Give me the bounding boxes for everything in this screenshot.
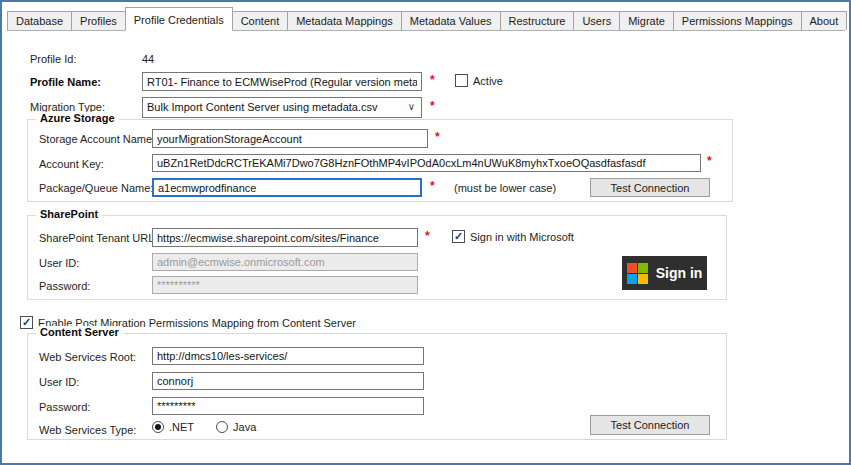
java-radio[interactable]: Java bbox=[216, 421, 256, 433]
tab-about[interactable]: About bbox=[801, 11, 848, 30]
account-key-input[interactable] bbox=[152, 154, 701, 172]
content-server-test-connection-button[interactable]: Test Connection bbox=[590, 415, 710, 435]
net-radio-circle bbox=[152, 421, 164, 433]
sharepoint-user-id-input bbox=[152, 253, 418, 271]
app-window: DatabaseProfilesProfile CredentialsConte… bbox=[0, 0, 851, 465]
package-queue-name-label: Package/Queue Name: bbox=[39, 182, 153, 194]
sign-in-with-microsoft-checkbox[interactable]: Sign in with Microsoft bbox=[452, 230, 574, 243]
tab-database[interactable]: Database bbox=[7, 11, 72, 30]
profile-id-label: Profile Id: bbox=[30, 53, 76, 65]
tab-migrate[interactable]: Migrate bbox=[619, 11, 674, 30]
storage-account-required-marker: * bbox=[435, 130, 440, 144]
profile-name-required-marker: * bbox=[430, 73, 435, 87]
sign-in-with-microsoft-label: Sign in with Microsoft bbox=[470, 231, 574, 243]
microsoft-logo-icon bbox=[627, 263, 648, 284]
web-services-type-radio-group: .NET Java bbox=[152, 421, 256, 433]
tab-strip: DatabaseProfilesProfile CredentialsConte… bbox=[7, 5, 845, 31]
web-services-type-label: Web Services Type: bbox=[39, 424, 136, 436]
sharepoint-tenant-url-input[interactable] bbox=[152, 228, 418, 247]
sharepoint-tenant-url-label: SharePoint Tenant URL: bbox=[39, 232, 157, 244]
tab-users[interactable]: Users bbox=[573, 11, 620, 30]
ms-logo-red-square bbox=[627, 263, 637, 273]
account-key-required-marker: * bbox=[707, 154, 712, 168]
migration-type-dropdown[interactable]: Bulk Import Content Server using metadat… bbox=[142, 97, 422, 118]
tab-restructure[interactable]: Restructure bbox=[500, 11, 575, 30]
profile-name-input[interactable] bbox=[142, 72, 422, 91]
azure-storage-group-title: Azure Storage bbox=[36, 112, 119, 124]
enable-post-migration-checkbox-box bbox=[20, 316, 33, 329]
java-radio-circle bbox=[216, 421, 228, 433]
tab-content[interactable]: Content bbox=[232, 11, 289, 30]
content-server-user-id-input[interactable] bbox=[152, 372, 424, 390]
active-checkbox-box bbox=[455, 74, 468, 87]
profile-name-label: Profile Name: bbox=[30, 76, 101, 88]
content-server-password-label: Password: bbox=[39, 401, 90, 413]
chevron-down-icon: ∨ bbox=[408, 101, 415, 112]
package-queue-name-input[interactable] bbox=[152, 178, 422, 197]
lower-case-hint: (must be lower case) bbox=[454, 182, 556, 194]
tenant-url-required-marker: * bbox=[425, 229, 430, 243]
storage-account-name-label: Storage Account Name: bbox=[39, 133, 155, 145]
active-checkbox-label: Active bbox=[473, 75, 503, 87]
content-server-user-id-label: User ID: bbox=[39, 376, 79, 388]
content-server-password-input[interactable] bbox=[152, 397, 424, 415]
ms-logo-green-square bbox=[638, 263, 648, 273]
storage-account-name-input[interactable] bbox=[152, 129, 428, 148]
tab-metadata-values[interactable]: Metadata Values bbox=[401, 11, 501, 30]
net-radio[interactable]: .NET bbox=[152, 421, 194, 433]
active-checkbox[interactable]: Active bbox=[455, 74, 503, 87]
sign-in-with-microsoft-checkbox-box bbox=[452, 230, 465, 243]
migration-type-value: Bulk Import Content Server using metadat… bbox=[147, 101, 378, 113]
profile-id-value: 44 bbox=[142, 53, 154, 65]
sharepoint-password-label: Password: bbox=[39, 280, 90, 292]
package-queue-required-marker: * bbox=[430, 179, 435, 193]
java-radio-label: Java bbox=[233, 421, 256, 433]
sharepoint-user-id-label: User ID: bbox=[39, 257, 79, 269]
web-services-root-label: Web Services Root: bbox=[39, 351, 136, 363]
sign-in-button-label: Sign in bbox=[656, 265, 703, 281]
microsoft-sign-in-button[interactable]: Sign in bbox=[622, 256, 707, 290]
ms-logo-yellow-square bbox=[638, 274, 648, 284]
tab-profiles[interactable]: Profiles bbox=[71, 11, 126, 30]
ms-logo-blue-square bbox=[627, 274, 637, 284]
sharepoint-password-input bbox=[152, 276, 418, 294]
migration-type-required-marker: * bbox=[430, 99, 435, 113]
azure-test-connection-button[interactable]: Test Connection bbox=[590, 178, 710, 197]
sharepoint-group-title: SharePoint bbox=[36, 208, 102, 220]
web-services-root-input[interactable] bbox=[152, 347, 424, 365]
content-server-group-title: Content Server bbox=[36, 326, 123, 338]
tab-profile-credentials[interactable]: Profile Credentials bbox=[125, 7, 233, 31]
net-radio-label: .NET bbox=[169, 421, 194, 433]
tab-metadata-mappings[interactable]: Metadata Mappings bbox=[287, 11, 402, 30]
tab-permissions-mappings[interactable]: Permissions Mappings bbox=[673, 11, 802, 30]
account-key-label: Account Key: bbox=[39, 158, 104, 170]
